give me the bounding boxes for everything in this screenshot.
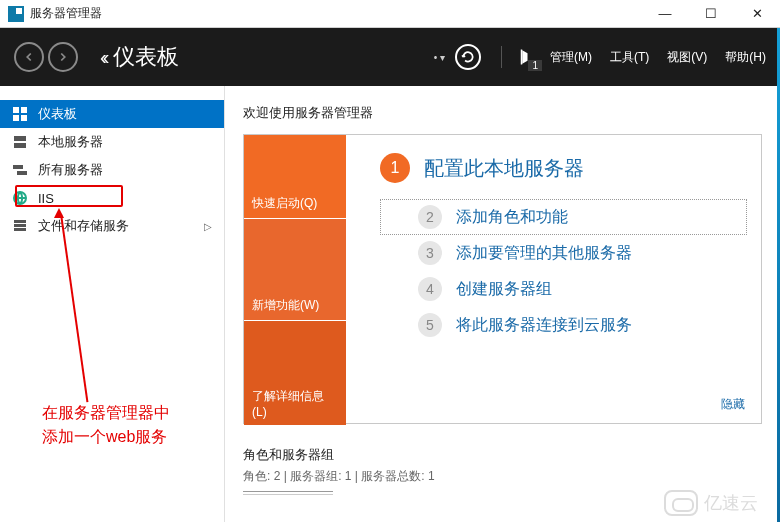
sidebar-item-label: 所有服务器 bbox=[38, 161, 103, 179]
svg-rect-12 bbox=[14, 228, 26, 231]
annotation-arrow bbox=[60, 214, 88, 402]
step-label: 将此服务器连接到云服务 bbox=[456, 315, 632, 336]
svg-rect-4 bbox=[21, 115, 27, 121]
step-label: 添加角色和功能 bbox=[456, 207, 568, 228]
app-title: 服务器管理器 bbox=[30, 5, 642, 22]
svg-rect-5 bbox=[14, 136, 26, 141]
breadcrumb-chevrons-icon: ‹‹ bbox=[100, 46, 105, 69]
separator bbox=[501, 46, 502, 68]
sidebar-item-all-servers[interactable]: 所有服务器 bbox=[0, 156, 224, 184]
svg-rect-2 bbox=[21, 107, 27, 113]
welcome-heading: 欢迎使用服务器管理器 bbox=[243, 104, 762, 122]
sidebar-item-local-server[interactable]: 本地服务器 bbox=[0, 128, 224, 156]
iis-icon bbox=[12, 190, 28, 206]
sidebar-item-file-storage[interactable]: 文件和存储服务 ▷ bbox=[0, 212, 224, 240]
minimize-button[interactable]: — bbox=[642, 0, 688, 28]
step-number-5: 5 bbox=[418, 313, 442, 337]
watermark-logo-icon bbox=[664, 490, 698, 516]
annotation-text: 在服务器管理器中 添加一个web服务 bbox=[42, 401, 170, 449]
forward-button[interactable] bbox=[48, 42, 78, 72]
chevron-right-icon: ▷ bbox=[204, 221, 212, 232]
svg-rect-0 bbox=[521, 50, 523, 65]
svg-rect-1 bbox=[13, 107, 19, 113]
sidebar-item-dashboard[interactable]: 仪表板 bbox=[0, 100, 224, 128]
step-configure-server[interactable]: 1 配置此本地服务器 bbox=[380, 153, 747, 183]
step-number-2: 2 bbox=[418, 205, 442, 229]
step-number-4: 4 bbox=[418, 277, 442, 301]
notification-count: 1 bbox=[528, 60, 542, 71]
learnmore-link[interactable]: 了解详细信息(L) bbox=[244, 321, 346, 425]
svg-rect-3 bbox=[13, 115, 19, 121]
welcome-panel: 快速启动(Q) 新增功能(W) 了解详细信息(L) 1 配置此本地服务器 2 添… bbox=[243, 134, 762, 424]
roles-summary: 角色: 2 | 服务器组: 1 | 服务器总数: 1 bbox=[243, 468, 762, 485]
menu-view[interactable]: 视图(V) bbox=[667, 49, 707, 66]
content-area: 欢迎使用服务器管理器 快速启动(Q) 新增功能(W) 了解详细信息(L) 1 配… bbox=[225, 86, 780, 522]
step-label: 创建服务器组 bbox=[456, 279, 552, 300]
whatsnew-link[interactable]: 新增功能(W) bbox=[244, 219, 346, 321]
svg-rect-11 bbox=[14, 224, 26, 227]
hide-link[interactable]: 隐藏 bbox=[721, 396, 745, 413]
step-create-group[interactable]: 4 创建服务器组 bbox=[380, 271, 747, 307]
step-number-1: 1 bbox=[380, 153, 410, 183]
step-add-servers[interactable]: 3 添加要管理的其他服务器 bbox=[380, 235, 747, 271]
dashboard-icon bbox=[12, 106, 28, 122]
sidebar-item-label: IIS bbox=[38, 191, 54, 206]
page-title: 仪表板 bbox=[113, 42, 433, 72]
notifications-button[interactable]: 1 bbox=[512, 43, 540, 71]
back-button[interactable] bbox=[14, 42, 44, 72]
svg-rect-7 bbox=[13, 165, 23, 169]
roles-title: 角色和服务器组 bbox=[243, 446, 762, 464]
sidebar: 仪表板 本地服务器 所有服务器 IIS 文件和存储服务 ▷ 在服务器管理器中 添… bbox=[0, 86, 225, 522]
app-icon bbox=[8, 6, 24, 22]
quickstart-column: 快速启动(Q) 新增功能(W) 了解详细信息(L) bbox=[244, 135, 346, 423]
sidebar-item-label: 文件和存储服务 bbox=[38, 217, 129, 235]
step-label: 添加要管理的其他服务器 bbox=[456, 243, 632, 264]
servers-icon bbox=[12, 162, 28, 178]
sidebar-item-label: 本地服务器 bbox=[38, 133, 103, 151]
titlebar: 服务器管理器 — ☐ ✕ bbox=[0, 0, 780, 28]
breadcrumb-dropdown[interactable]: • ▾ bbox=[434, 52, 445, 63]
step-connect-cloud[interactable]: 5 将此服务器连接到云服务 bbox=[380, 307, 747, 343]
menu-tools[interactable]: 工具(T) bbox=[610, 49, 649, 66]
menu-manage[interactable]: 管理(M) bbox=[550, 49, 592, 66]
divider bbox=[243, 491, 333, 492]
step-number-3: 3 bbox=[418, 241, 442, 265]
refresh-button[interactable] bbox=[455, 44, 481, 70]
step-label: 配置此本地服务器 bbox=[424, 155, 584, 182]
server-icon bbox=[12, 134, 28, 150]
storage-icon bbox=[12, 218, 28, 234]
menu-help[interactable]: 帮助(H) bbox=[725, 49, 766, 66]
close-button[interactable]: ✕ bbox=[734, 0, 780, 28]
header-bar: ‹‹ 仪表板 • ▾ 1 管理(M) 工具(T) 视图(V) 帮助(H) bbox=[0, 28, 780, 86]
window-buttons: — ☐ ✕ bbox=[642, 0, 780, 28]
sidebar-item-iis[interactable]: IIS bbox=[0, 184, 224, 212]
svg-rect-10 bbox=[14, 220, 26, 223]
roles-section: 角色和服务器组 角色: 2 | 服务器组: 1 | 服务器总数: 1 bbox=[243, 446, 762, 492]
quickstart-link[interactable]: 快速启动(Q) bbox=[244, 135, 346, 219]
maximize-button[interactable]: ☐ bbox=[688, 0, 734, 28]
watermark: 亿速云 bbox=[664, 490, 758, 516]
steps-panel: 1 配置此本地服务器 2 添加角色和功能 3 添加要管理的其他服务器 4 创建服… bbox=[346, 135, 761, 423]
sidebar-item-label: 仪表板 bbox=[38, 105, 77, 123]
step-add-roles[interactable]: 2 添加角色和功能 bbox=[380, 199, 747, 235]
menu-bar: 管理(M) 工具(T) 视图(V) 帮助(H) bbox=[550, 49, 766, 66]
svg-rect-6 bbox=[14, 143, 26, 148]
svg-rect-8 bbox=[17, 171, 27, 175]
